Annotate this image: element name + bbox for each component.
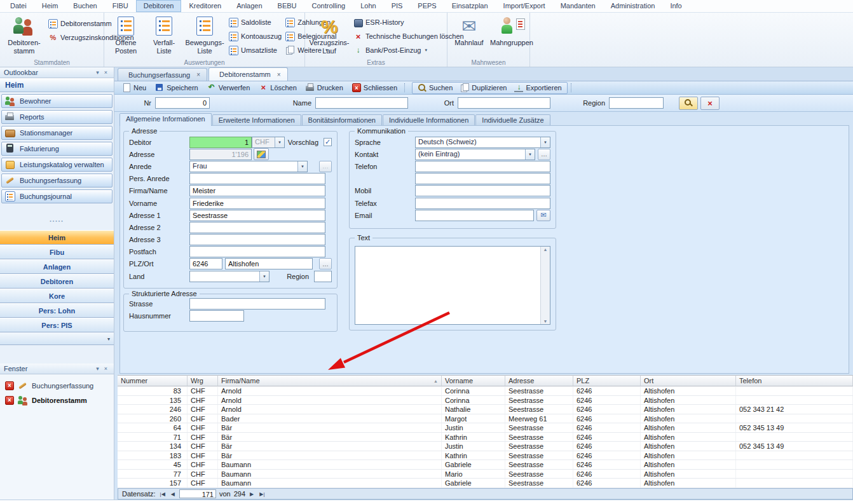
vorschlag-checkbox[interactable]: ✓ (324, 138, 332, 146)
debitorenstamm-big-button[interactable]: Debitoren- stamm (4, 15, 44, 58)
telefon-input[interactable] (415, 161, 550, 172)
tab-bonit-tsinformationen[interactable]: Bonitätsinformationen (302, 114, 382, 126)
ort-input[interactable] (225, 258, 313, 269)
current-record-input[interactable]: 171 (179, 489, 216, 498)
next-record-button[interactable]: ▶ (249, 491, 255, 497)
suchen-button[interactable]: Suchen (414, 83, 456, 93)
sidebar-group-pers-lohn[interactable]: Pers: Lohn (0, 303, 114, 318)
kontoauszug-button[interactable]: Kontoauszug (229, 30, 282, 43)
menu-item-anlagen[interactable]: Anlagen (229, 0, 270, 12)
sidebar-item-buchungsjournal[interactable]: Buchungsjournal (1, 189, 113, 203)
mahnlauf-button[interactable]: ✉ Mahnlauf (451, 15, 487, 58)
anrede-select[interactable]: Frau ▼ (189, 161, 308, 172)
menu-item-kreditoren[interactable]: Kreditoren (181, 0, 229, 12)
verzugszins-lauf-button[interactable]: % Verzugszins- Lauf (309, 15, 350, 58)
search-button[interactable] (679, 97, 698, 110)
ort-input[interactable] (458, 97, 550, 109)
fenster-item-debitorenstamm[interactable]: ×Debitorenstamm (5, 393, 109, 407)
name-input[interactable] (315, 97, 408, 109)
column-header-nummer[interactable]: Nummer (118, 375, 188, 386)
collapse-icon[interactable]: ▾ (93, 69, 102, 76)
column-header-firma-name[interactable]: Firma/Name▲ (218, 375, 442, 386)
table-row[interactable]: 64CHFBärJustinSeestrasse6246Altishofen05… (118, 423, 853, 433)
sprache-select[interactable]: Deutsch (Schweiz) ▼ (415, 137, 550, 148)
kontakt-select[interactable]: (kein Eintrag) ▼ (415, 149, 535, 160)
bewegungs-liste-button[interactable]: Bewegungs- Liste (184, 15, 225, 58)
menu-item-einsatzplan[interactable]: Einsatzplan (444, 0, 496, 12)
l-schen-button[interactable]: ×Löschen (255, 83, 301, 93)
fenster-item-buchungserfassung[interactable]: ×Buchungserfassung (5, 378, 109, 393)
menu-item-pis[interactable]: PIS (384, 0, 411, 12)
last-record-button[interactable]: ▶| (258, 491, 266, 497)
saldoliste-button[interactable]: Saldoliste (229, 16, 282, 29)
close-icon[interactable]: × (5, 396, 14, 405)
debitor-input[interactable] (189, 137, 252, 148)
table-row[interactable]: 77CHFBaumannMarioSeestrasse6246Altishofe… (118, 470, 853, 479)
region-input[interactable] (314, 271, 332, 282)
vorname-input[interactable] (189, 198, 325, 209)
strasse-input[interactable] (189, 298, 325, 310)
tab-debitorenstamm[interactable]: Debitorenstamm× (208, 67, 288, 81)
adresse1-input[interactable] (189, 210, 325, 221)
table-row[interactable]: 134CHFBärJustinSeestrasse6246Altishofen0… (118, 442, 853, 451)
column-header-plz[interactable]: PLZ (573, 375, 641, 386)
menu-item-info[interactable]: Info (662, 0, 689, 12)
tab-erweiterte-informationen[interactable]: Erweiterte Informationen (212, 114, 301, 126)
telefon2-input[interactable] (415, 173, 550, 184)
column-header-ort[interactable]: Ort (641, 375, 736, 386)
menu-item-bebu[interactable]: BEBU (270, 0, 304, 12)
scrollbar[interactable]: ▲ ▼ (540, 247, 550, 324)
send-email-button[interactable]: ✉ (536, 210, 550, 221)
menu-item-peps[interactable]: PEPS (410, 0, 444, 12)
plz-ort-lookup-button[interactable]: … (319, 258, 332, 269)
tab-individuelle-informationen[interactable]: Individuelle Informationen (383, 114, 475, 126)
menu-item-fibu[interactable]: FIBU (105, 0, 136, 12)
sidebar-group-pers-pis[interactable]: Pers: PIS (0, 318, 114, 332)
duplizieren-button[interactable]: Duplizieren (456, 83, 510, 93)
sidebar-group-anlagen[interactable]: Anlagen (0, 259, 114, 274)
umsatzliste-button[interactable]: Umsatzliste (229, 44, 282, 57)
tab-allgemeine-informationen[interactable]: Allgemeine Informationen (119, 113, 212, 126)
table-row[interactable]: 71CHFBärKathrinSeestrasse6246Altishofen (118, 433, 853, 442)
pers-anrede-input[interactable] (189, 173, 325, 184)
sidebar-item-leistungskatalog-verwalten[interactable]: Leistungskatalog verwalten (1, 158, 113, 172)
offene-posten-button[interactable]: Offene Posten (108, 15, 144, 58)
menu-item-import-export[interactable]: Import/Export (496, 0, 553, 12)
mahngruppen-button[interactable]: Mahngruppen (491, 15, 533, 58)
verfall-liste-button[interactable]: Verfall- Liste (147, 15, 181, 58)
text-area[interactable]: ▲ ▼ (355, 246, 550, 325)
splitter-handle[interactable]: ••••• (0, 219, 114, 223)
adresse-lookup-button[interactable] (254, 148, 269, 160)
first-record-button[interactable]: |◀ (159, 491, 167, 497)
menu-item-heim[interactable]: Heim (34, 0, 66, 12)
sidebar-item-reports[interactable]: Reports (1, 110, 113, 124)
close-icon[interactable]: × (102, 69, 110, 76)
plz-input[interactable] (189, 258, 222, 269)
land-select[interactable]: ▼ (189, 271, 270, 282)
sidebar-item-stationsmanager[interactable]: Stationsmanager (1, 126, 113, 140)
postfach-input[interactable] (189, 246, 325, 257)
menu-item-mandanten[interactable]: Mandanten (553, 0, 603, 12)
sidebar-item-bewohner[interactable]: Bewohner (1, 94, 113, 108)
table-row[interactable]: 157CHFBaumannGabrieleSeestrasse6246Altis… (118, 479, 853, 488)
column-header-telefon[interactable]: Telefon (736, 375, 853, 386)
close-icon[interactable]: × (196, 71, 200, 78)
close-icon[interactable]: × (277, 71, 281, 78)
tab-individuelle-zus-tze[interactable]: Individuelle Zusätze (475, 114, 550, 126)
email-input[interactable] (415, 210, 534, 221)
previous-record-button[interactable]: ◀ (170, 491, 176, 497)
sidebar-group-fibu[interactable]: Fibu (0, 245, 114, 259)
table-row[interactable]: 246CHFArnoldNathalieSeestrasse6246Altish… (118, 405, 853, 414)
mobil-input[interactable] (415, 185, 550, 196)
hausnummer-input[interactable] (189, 310, 244, 322)
verwerfen-button[interactable]: ↶Verwerfen (203, 83, 254, 93)
region-input[interactable] (609, 97, 664, 109)
close-icon[interactable]: × (102, 365, 110, 372)
table-row[interactable]: 135CHFArnoldCorinnaSeestrasse6246Altisho… (118, 396, 853, 405)
menu-item-datei[interactable]: Datei (3, 0, 34, 12)
column-header-adresse[interactable]: Adresse (505, 375, 573, 386)
tab-buchungserfassung[interactable]: Buchungserfassung× (118, 68, 207, 81)
telefax-input[interactable] (415, 198, 550, 209)
drucken-button[interactable]: Drucken (302, 83, 347, 93)
firma-name-input[interactable] (189, 185, 325, 196)
